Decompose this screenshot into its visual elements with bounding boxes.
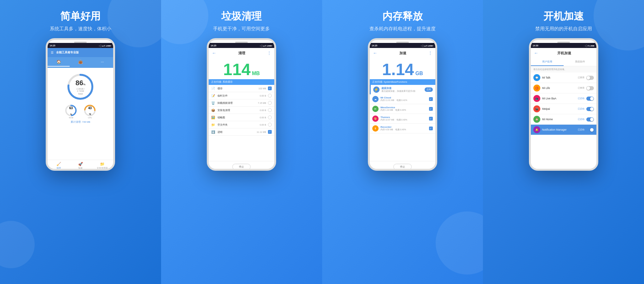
mem-item-micloud: ☁ Mi Cloud 内存:11.01 MB 电量:0.41% ✓ bbox=[370, 94, 435, 104]
mihome-toggle[interactable] bbox=[586, 117, 594, 121]
rom-label: ROM bbox=[65, 117, 77, 119]
stop-btn: 停止 bbox=[209, 161, 274, 171]
notif-toggle[interactable] bbox=[586, 128, 594, 132]
phone2-screen: 14:25 ···◯☁⊕▲■■■▪ ← 清理 ⋮ 114 MB 正在扫描: 系统… bbox=[209, 43, 274, 171]
super-accel: ⚡ 超级加速 激活超级加速，加速效果可提升2倍 启用 bbox=[370, 85, 435, 94]
mitalk-knob bbox=[587, 76, 590, 80]
phone1-time: 14:25 bbox=[49, 44, 55, 47]
boot-header: ← 开机加速 bbox=[531, 48, 596, 58]
enable-btn[interactable]: 启用 bbox=[425, 87, 433, 92]
nav-more[interactable]: ··· bbox=[91, 58, 113, 67]
mem-stop-label[interactable]: 停止 bbox=[393, 164, 412, 170]
mem-size-num: 1.14 bbox=[382, 60, 414, 79]
cumulative-clean: 累计清理: 749 MB bbox=[71, 121, 90, 124]
cache-size: 102 MB bbox=[258, 87, 266, 90]
app-nav: 🏠 👜 ··· bbox=[48, 57, 113, 68]
nav-home[interactable]: 🏠 bbox=[48, 58, 69, 67]
cpu-label: CPU bbox=[84, 117, 96, 119]
phone3-statusbar: 14:25 ···◯☁⊕▲■■■▪ bbox=[370, 43, 435, 48]
apk-name: 安装包清理 bbox=[218, 109, 258, 112]
milife-info: Mi Life bbox=[542, 86, 576, 90]
phone1-statusbar: 14:25 ···◯☁⊕▲■■■▪ bbox=[48, 43, 113, 48]
boot-tabs: 用户应用 系统软件 bbox=[531, 58, 596, 66]
back-icon[interactable]: ← bbox=[212, 50, 216, 56]
boot-item-mihome: 🏠 Mi Home 已启动 bbox=[531, 114, 596, 125]
clean-size-unit: MB bbox=[252, 71, 260, 76]
clean-item-thumb: 🖼️ 缩略图 0.00 B bbox=[209, 114, 274, 121]
uninstall-name: 卸载残留清理 bbox=[218, 101, 256, 105]
folder-check[interactable] bbox=[268, 123, 272, 127]
boot-tab-user[interactable]: 用户应用 bbox=[531, 58, 564, 66]
super-accel-icon: ⚡ bbox=[373, 86, 380, 93]
proc-name: 进程 bbox=[218, 130, 255, 134]
phone3-status-icons: ···◯☁⊕▲■■■▪ bbox=[420, 44, 433, 47]
proc-check[interactable]: ✓ bbox=[268, 130, 272, 134]
themes-icon: 🎨 bbox=[372, 115, 379, 122]
tab-files[interactable]: 📁 文件管理器 bbox=[91, 160, 113, 171]
uninstall-check[interactable] bbox=[268, 101, 272, 105]
folder-name: 空文件夹 bbox=[218, 123, 258, 127]
clean-title: 清理 bbox=[238, 51, 245, 56]
mitalk-name: Mi Talk bbox=[542, 76, 576, 79]
boot-back-icon[interactable]: ← bbox=[534, 50, 538, 56]
nav-bag[interactable]: 👜 bbox=[70, 58, 91, 67]
temp-check[interactable] bbox=[268, 94, 272, 98]
phone2: 14:25 ···◯☁⊕▲■■■▪ ← 清理 ⋮ 114 MB 正在扫描: 系统… bbox=[207, 38, 276, 171]
phone1-screen: 14:25 ···◯☁⊕▲■■■▪ ☰ 全能工具箱专业版 🏠 👜 ··· bbox=[48, 43, 113, 171]
milife-knob bbox=[587, 86, 590, 90]
apk-size: 0.00 B bbox=[260, 109, 266, 111]
micloud-check[interactable]: ✓ bbox=[429, 97, 433, 101]
meipai-toggle[interactable] bbox=[586, 107, 594, 111]
phone2-time: 14:25 bbox=[211, 44, 216, 47]
super-accel-name: 超级加速 bbox=[381, 86, 423, 90]
recorder-icon: 🎙 bbox=[372, 125, 379, 132]
home-icon: 🏠 bbox=[56, 60, 61, 64]
phone3-time: 14:25 bbox=[372, 44, 377, 47]
phone2-statusbar: 14:25 ···◯☁⊕▲■■■▪ bbox=[209, 43, 274, 48]
stop-btn-label[interactable]: 停止 bbox=[232, 164, 251, 170]
panel4-subtitle: 禁用无用的的开机自启应用 bbox=[535, 26, 592, 32]
themes-check[interactable]: ✓ bbox=[429, 117, 433, 121]
boot-tab-system[interactable]: 系统软件 bbox=[564, 58, 596, 66]
recorder-sub: 内存:4.50 MB 电量:0.40% bbox=[380, 128, 427, 131]
panel2-subtitle: 手机更干净，可用空间更多 bbox=[213, 26, 270, 32]
thumb-size: 0.00 B bbox=[260, 116, 266, 119]
cache-name: 缓存 bbox=[218, 87, 257, 90]
themes-sub: 内存:10.67 MB 电量:0.40% bbox=[380, 119, 427, 121]
apk-icon: 📦 bbox=[211, 109, 216, 112]
super-accel-desc: 激活超级加速，加速效果可提升2倍 bbox=[381, 90, 423, 93]
cache-check[interactable]: ✓ bbox=[268, 86, 272, 90]
phone3: 14:25 ···◯☁⊕▲■■■▪ ← 加速 ⋮ 1.14 GB 正在扫描: S… bbox=[368, 38, 437, 171]
milive-toggle[interactable] bbox=[586, 97, 594, 101]
phone1-status-icons: ···◯☁⊕▲■■■▪ bbox=[98, 44, 111, 47]
notif-icon: 🔔 bbox=[533, 126, 540, 133]
mem-menu-icon[interactable]: ⋮ bbox=[428, 51, 432, 55]
mem-item-mms: ✉ MmsService 内存:1.44 MB 电量:0.40% ✓ bbox=[370, 104, 435, 114]
boot-item-milive: 📺 Mi Live BaA 已启动 bbox=[531, 93, 596, 104]
mitalk-toggle[interactable] bbox=[586, 76, 594, 80]
milife-toggle[interactable] bbox=[586, 86, 594, 90]
phone3-screen: 14:25 ···◯☁⊕▲■■■▪ ← 加速 ⋮ 1.14 GB 正在扫描: S… bbox=[370, 43, 435, 171]
boot-item-mitalk: 💬 Mi Talk 已禁用 bbox=[531, 73, 596, 83]
clean-menu-icon[interactable]: ⋮ bbox=[267, 51, 271, 55]
panel2-title: 垃圾清理 bbox=[221, 9, 262, 23]
mihome-knob bbox=[590, 118, 594, 121]
clean-list: 📄 缓存 102 MB ✓ 📝 临时文件 0.00 B 🗑️ 卸载残留清理 7.… bbox=[209, 85, 274, 161]
mms-check[interactable]: ✓ bbox=[429, 107, 433, 111]
apk-check[interactable] bbox=[268, 108, 272, 112]
tab-clean[interactable]: 🧹 清理 bbox=[48, 160, 69, 171]
recorder-check[interactable]: ✓ bbox=[429, 127, 433, 130]
mitalk-status: 已禁用 bbox=[578, 76, 584, 79]
ram-gauge-text: 86 % 2.36GB / 2.74GB RAM bbox=[73, 79, 88, 95]
menu-icon: ☰ bbox=[51, 51, 54, 54]
thumb-name: 缩略图 bbox=[218, 116, 258, 119]
milive-name: Mi Live BaA bbox=[542, 97, 576, 100]
proc-size: 11.11 MB bbox=[257, 131, 266, 133]
phone4-time: 14:30 bbox=[533, 44, 538, 47]
mihome-status: 已启动 bbox=[578, 118, 584, 121]
clean-item-folder: 📁 空文件夹 0.00 B bbox=[209, 121, 274, 128]
tab-accel[interactable]: 🚀 加速 bbox=[70, 160, 91, 171]
phone2-status-icons: ···◯☁⊕▲■■■▪ bbox=[259, 44, 272, 47]
thumb-check[interactable] bbox=[268, 115, 272, 119]
mem-back-icon[interactable]: ← bbox=[373, 50, 377, 56]
